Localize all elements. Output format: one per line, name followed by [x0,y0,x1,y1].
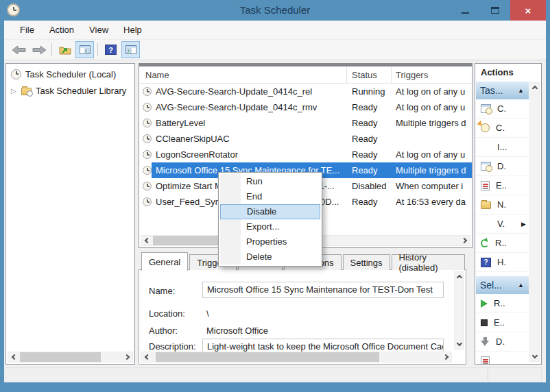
scroll-left-arrow[interactable] [141,236,153,245]
expander-icon[interactable]: ▷ [11,87,17,95]
scroll-right-arrow[interactable] [458,236,470,245]
chevron-up-icon [531,86,537,91]
forward-arrow-icon [32,46,46,54]
create-task-icon [481,123,490,132]
action-disable[interactable]: D. [476,332,529,352]
tree-item-task-scheduler-local[interactable]: Task Scheduler (Local) [6,66,134,82]
context-menu-run[interactable]: Run [220,174,320,189]
column-header-name[interactable]: Name [139,66,347,83]
collapse-icon[interactable]: ▲ [518,87,524,94]
name-field-value[interactable]: Microsoft Office 15 Sync Maintenance for… [202,282,444,298]
task-status: Ready [347,165,392,175]
task-status: Ready [347,149,392,160]
chevron-up-icon [456,275,462,280]
scroll-down-arrow[interactable] [455,338,464,349]
action-label: N. [497,199,506,210]
refresh-icon [481,239,489,247]
actions-pane-title: Actions [475,64,541,81]
titlebar[interactable]: Task Scheduler × [0,0,550,21]
task-list-header: Name Status Triggers [139,66,472,84]
task-status: Ready [347,197,392,207]
action-new-folder[interactable]: N. [476,195,529,215]
task-row[interactable]: BatteryLevel Ready Multiple triggers d [139,115,472,131]
action-run[interactable]: R.. [476,294,529,313]
menu-help[interactable]: Help [116,21,150,39]
context-menu-disable[interactable]: Disable [220,204,320,219]
location-field-value: \ [206,308,209,319]
action-refresh[interactable]: R.. [476,234,529,253]
tab-settings[interactable]: Settings [343,254,390,270]
details-horizontal-scrollbar[interactable] [141,352,452,363]
scroll-left-arrow[interactable] [141,352,153,362]
context-menu-delete[interactable]: Delete [220,249,320,265]
minimize-button[interactable] [450,0,480,21]
status-bar-divider [488,369,488,381]
scroll-thumb[interactable] [20,352,101,362]
scroll-thumb[interactable] [156,352,379,362]
task-clock-icon [143,150,152,159]
scroll-track[interactable] [153,352,440,362]
action-label: D. [497,161,506,171]
menu-view[interactable]: View [82,21,116,39]
tree-item-task-scheduler-library[interactable]: ▷ Task Scheduler Library [6,82,134,99]
close-button[interactable]: × [510,0,546,21]
task-name: AVG-Secure-Search-Update_0414c_rel [156,86,312,97]
context-menu-end[interactable]: End [220,189,320,204]
selected-item-section-header[interactable]: Sel... ▲ [476,276,529,294]
scroll-down-arrow[interactable] [530,350,539,361]
task-row[interactable]: AVG-Secure-Search-Update_0414c_rel Runni… [139,84,472,99]
task-row[interactable]: LogonScreenRotator Ready At log on of an… [139,147,472,162]
details-vertical-scrollbar[interactable] [454,271,464,350]
task-row[interactable]: CCleanerSkipUAC Ready [139,131,472,147]
task-triggers: Multiple triggers d [392,165,472,175]
toolbar-separator [51,43,52,56]
task-row[interactable]: AVG-Secure-Search-Update_0414c_rmv Ready… [139,99,472,115]
context-menu-export[interactable]: Export... [220,219,320,234]
action-view[interactable]: V. ▶ [476,215,529,234]
menu-action[interactable]: Action [42,21,82,39]
column-header-status[interactable]: Status [347,66,392,83]
task-clock-icon [143,119,152,127]
action-partial-clipped[interactable] [476,352,529,365]
action-import-task[interactable]: I... [476,138,529,157]
scroll-right-arrow[interactable] [440,352,451,362]
task-scheduler-library-section-header[interactable]: Tas... ▲ [476,82,529,99]
scroll-right-arrow[interactable] [121,352,132,362]
forward-button[interactable] [29,41,48,58]
menu-file[interactable]: File [12,21,42,39]
action-display-all-running-tasks[interactable]: D. [476,157,529,176]
create-basic-task-icon [481,104,491,113]
scroll-up-arrow[interactable] [455,272,464,283]
column-header-triggers[interactable]: Triggers [392,66,472,83]
new-folder-icon [481,201,491,209]
action-enable-all-tasks-history[interactable]: E.. [476,176,529,195]
maximize-button[interactable] [480,0,510,21]
action-create-task[interactable]: C. [476,119,529,138]
scroll-track[interactable] [20,352,121,362]
scroll-up-arrow[interactable] [530,83,539,94]
action-help[interactable]: ? H. [476,253,529,272]
toggle-action-pane-button[interactable] [121,41,140,58]
chevron-left-icon [11,354,16,360]
task-clock-icon [143,166,152,175]
task-clock-icon [143,197,152,206]
import-folder-icon [59,45,71,55]
chevron-down-icon [456,341,462,346]
tree-horizontal-scrollbar[interactable] [8,352,133,363]
collapse-icon[interactable]: ▲ [518,282,524,289]
back-button[interactable] [10,41,28,58]
tab-history[interactable]: History (disabled) [392,254,465,270]
toggle-console-tree-button[interactable] [75,41,94,58]
tab-general[interactable]: General [141,252,188,271]
toolbar: ? [4,40,546,60]
submenu-arrow-icon: ▶ [521,221,526,228]
run-icon [481,299,488,308]
task-triggers: When computer i [392,181,472,191]
action-create-basic-task[interactable]: C. [476,99,529,119]
help-button[interactable]: ? [101,41,120,58]
import-task-button[interactable] [56,41,74,58]
scroll-left-arrow[interactable] [8,352,20,362]
context-menu-properties[interactable]: Properties [220,234,320,249]
actions-vertical-scrollbar[interactable] [529,82,540,362]
action-end[interactable]: E.. [476,313,529,332]
